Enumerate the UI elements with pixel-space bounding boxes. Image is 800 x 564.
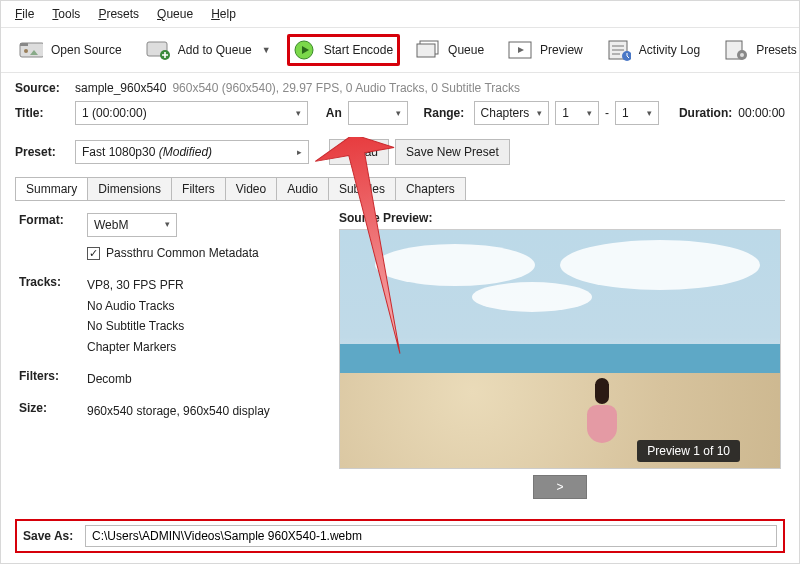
passthru-checkbox[interactable]: ✓ [87, 247, 100, 260]
menu-presets[interactable]: Presets [98, 7, 139, 21]
reload-button[interactable]: Reload [329, 139, 389, 165]
filters-label: Filters: [19, 367, 87, 399]
preview-icon [508, 39, 532, 61]
menu-tools[interactable]: Tools [52, 7, 80, 21]
open-source-label: Open Source [51, 43, 122, 57]
add-to-queue-button[interactable]: Add to Queue ▼ [138, 35, 279, 65]
play-icon [292, 39, 316, 61]
encoder-tabs: Summary Dimensions Filters Video Audio S… [15, 177, 785, 201]
format-select[interactable]: WebM▾ [87, 213, 177, 237]
save-as-label: Save As: [23, 529, 79, 543]
svg-point-2 [24, 49, 28, 53]
queue-label: Queue [448, 43, 484, 57]
svg-rect-7 [417, 44, 435, 57]
tab-subtitles[interactable]: Subtitles [328, 177, 396, 200]
menu-queue[interactable]: Queue [157, 7, 193, 21]
svg-rect-1 [20, 43, 28, 46]
size-label: Size: [19, 399, 87, 431]
range-from-select[interactable]: 1▾ [555, 101, 599, 125]
tab-video[interactable]: Video [225, 177, 277, 200]
tab-summary[interactable]: Summary [15, 177, 88, 200]
queue-button[interactable]: Queue [408, 35, 492, 65]
open-source-icon [19, 39, 43, 61]
range-type-select[interactable]: Chapters▾ [474, 101, 550, 125]
track-line: Chapter Markers [87, 337, 270, 357]
queue-icon [416, 39, 440, 61]
preview-next-button[interactable]: > [533, 475, 586, 499]
duration-label: Duration: [679, 106, 732, 120]
add-to-queue-icon [146, 39, 170, 61]
angle-label: An [326, 106, 342, 120]
tab-chapters[interactable]: Chapters [395, 177, 466, 200]
preset-label: Preset: [15, 145, 69, 159]
filters-value: Decomb [87, 369, 270, 389]
activity-log-button[interactable]: Activity Log [599, 35, 708, 65]
preview-button[interactable]: Preview [500, 35, 591, 65]
source-preview-title: Source Preview: [339, 211, 781, 225]
track-line: VP8, 30 FPS PFR [87, 275, 270, 295]
source-preview-image: Preview 1 of 10 [339, 229, 781, 469]
title-select[interactable]: 1 (00:00:00)▾ [75, 101, 308, 125]
track-line: No Audio Tracks [87, 296, 270, 316]
source-info: 960x540 (960x540), 29.97 FPS, 0 Audio Tr… [172, 81, 520, 95]
range-dash: - [605, 106, 609, 120]
preview-badge: Preview 1 of 10 [637, 440, 740, 462]
svg-point-13 [740, 53, 744, 57]
preview-label: Preview [540, 43, 583, 57]
chevron-down-icon: ▼ [262, 45, 271, 55]
save-as-row: Save As: [15, 519, 785, 553]
passthru-label: Passthru Common Metadata [106, 243, 259, 263]
tab-filters[interactable]: Filters [171, 177, 226, 200]
tracks-label: Tracks: [19, 273, 87, 367]
tab-audio[interactable]: Audio [276, 177, 329, 200]
source-label: Source: [15, 81, 69, 95]
range-label: Range: [424, 106, 468, 120]
activity-log-label: Activity Log [639, 43, 700, 57]
format-label: Format: [19, 211, 87, 273]
size-value: 960x540 storage, 960x540 display [87, 401, 270, 421]
menu-help[interactable]: Help [211, 7, 236, 21]
open-source-button[interactable]: Open Source [11, 35, 130, 65]
add-to-queue-label: Add to Queue [178, 43, 252, 57]
start-encode-button[interactable]: Start Encode [287, 34, 400, 66]
tab-dimensions[interactable]: Dimensions [87, 177, 172, 200]
track-line: No Subtitle Tracks [87, 316, 270, 336]
angle-select[interactable]: ▾ [348, 101, 408, 125]
range-to-select[interactable]: 1▾ [615, 101, 659, 125]
presets-label: Presets [756, 43, 797, 57]
start-encode-label: Start Encode [324, 43, 393, 57]
activity-log-icon [607, 39, 631, 61]
source-name: sample_960x540 [75, 81, 166, 95]
save-new-preset-button[interactable]: Save New Preset [395, 139, 510, 165]
title-label: Title: [15, 106, 69, 120]
preset-select[interactable]: Fast 1080p30 (Modified) ▸ [75, 140, 309, 164]
menu-file[interactable]: FFileile [15, 7, 34, 21]
duration-value: 00:00:00 [738, 106, 785, 120]
presets-icon [724, 39, 748, 61]
presets-button[interactable]: Presets ▼ [716, 35, 800, 65]
save-as-input[interactable] [85, 525, 777, 547]
